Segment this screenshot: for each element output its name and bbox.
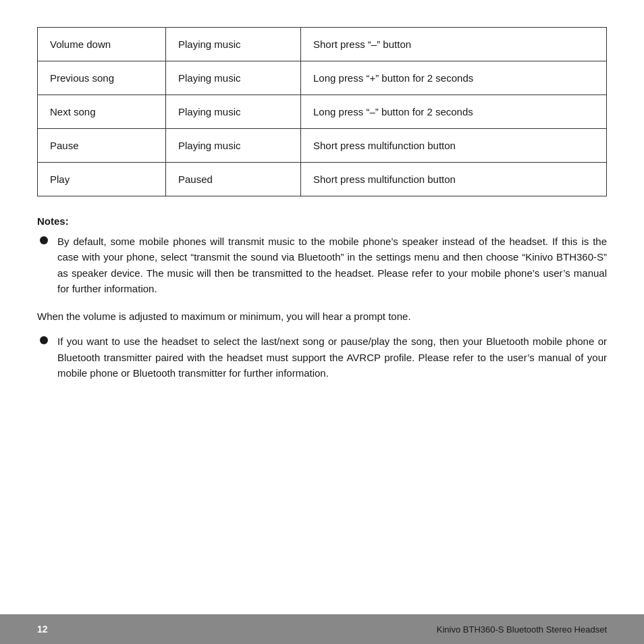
table-cell-instruction: Short press multifunction button	[301, 129, 607, 163]
page-content: Volume downPlaying musicShort press “–” …	[0, 0, 644, 431]
table-cell-instruction: Short press “–” button	[301, 28, 607, 61]
table-row: Previous songPlaying musicLong press “+”…	[38, 61, 607, 95]
table-cell-condition: Playing music	[166, 28, 301, 61]
table-row: Next songPlaying musicLong press “–” but…	[38, 95, 607, 129]
bullet-dot	[40, 336, 48, 344]
table-cell-action: Play	[38, 163, 166, 196]
notes-section: Notes: By default, some mobile phones wi…	[37, 215, 607, 296]
table-cell-action: Pause	[38, 129, 166, 163]
notes-label: Notes:	[37, 215, 607, 227]
bullet-text: If you want to use the headset to select…	[57, 333, 607, 381]
table-cell-condition: Paused	[166, 163, 301, 196]
bullet-item: If you want to use the headset to select…	[37, 333, 607, 381]
table-row: PlayPausedShort press multifunction butt…	[38, 163, 607, 196]
table-cell-condition: Playing music	[166, 129, 301, 163]
table-cell-instruction: Short press multifunction button	[301, 163, 607, 196]
table-cell-action: Volume down	[38, 28, 166, 61]
table-cell-instruction: Long press “+” button for 2 seconds	[301, 61, 607, 95]
table-cell-action: Previous song	[38, 61, 166, 95]
bullet-item: By default, some mobile phones will tran…	[37, 234, 607, 296]
table-cell-action: Next song	[38, 95, 166, 129]
table-row: Volume downPlaying musicShort press “–” …	[38, 28, 607, 61]
notes-bullet-list-2: If you want to use the headset to select…	[37, 333, 607, 381]
table-cell-condition: Playing music	[166, 61, 301, 95]
bullet-text: By default, some mobile phones will tran…	[57, 234, 607, 296]
table-row: PausePlaying musicShort press multifunct…	[38, 129, 607, 163]
volume-paragraph: When the volume is adjusted to maximum o…	[37, 308, 607, 324]
bullet-dot	[40, 236, 48, 244]
page-number: 12	[37, 624, 48, 635]
page-footer: 12 Kinivo BTH360-S Bluetooth Stereo Head…	[0, 614, 644, 644]
music-controls-table: Volume downPlaying musicShort press “–” …	[37, 27, 607, 196]
notes-bullet-list: By default, some mobile phones will tran…	[37, 234, 607, 296]
table-cell-condition: Playing music	[166, 95, 301, 129]
footer-title: Kinivo BTH360-S Bluetooth Stereo Headset	[437, 624, 607, 635]
table-cell-instruction: Long press “–” button for 2 seconds	[301, 95, 607, 129]
